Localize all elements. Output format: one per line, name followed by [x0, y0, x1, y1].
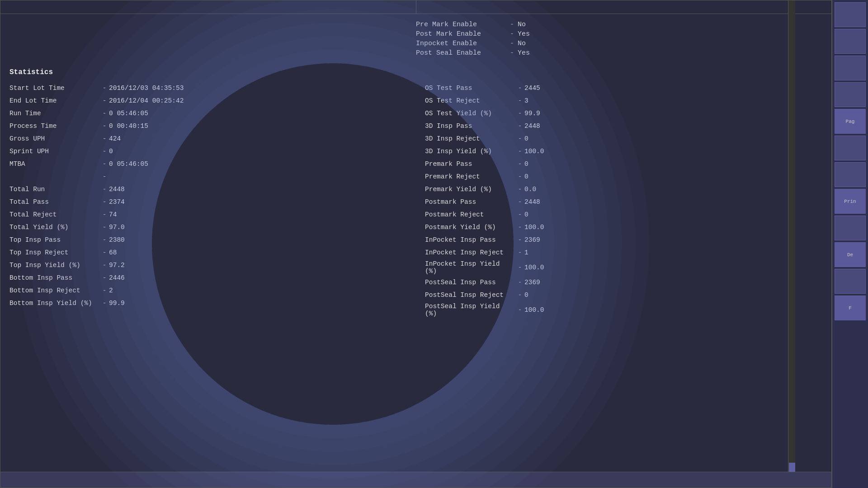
stat-os-test-reject-label: OS Test Reject	[425, 97, 515, 104]
stats-right-column: OS Test Pass - 2445 OS Test Reject - 3 O…	[425, 83, 822, 317]
stat-bottom-insp-pass-value: 2446	[109, 274, 125, 282]
stat-3d-insp-pass-dash: -	[515, 122, 524, 130]
stat-mtba-label: MTBA	[9, 160, 100, 168]
stat-premark-reject: Premark Reject - 0	[425, 172, 822, 182]
stat-end-lot-time: End Lot Time - 2016/12/04 00:25:42	[9, 96, 407, 106]
stat-process-time-value: 0 00:40:15	[109, 122, 148, 130]
stat-top-insp-reject-value: 68	[109, 249, 117, 256]
stat-postseal-insp-yield: PostSeal Insp Yield (%) - 100.0	[425, 303, 822, 317]
stat-inpocket-insp-reject-label: InPocket Insp Reject	[425, 249, 515, 256]
stat-sprint-uph-dash: -	[100, 148, 109, 155]
sidebar-btn-page[interactable]: Pag	[835, 109, 866, 134]
stat-postseal-insp-reject-label: PostSeal Insp Reject	[425, 291, 515, 299]
stat-bottom-insp-pass-label: Bottom Insp Pass	[9, 274, 100, 282]
stat-postseal-insp-pass-dash: -	[515, 279, 524, 286]
stat-end-lot-time-value: 2016/12/04 00:25:42	[109, 97, 184, 104]
stat-gross-uph-dash: -	[100, 135, 109, 142]
sidebar-btn-4[interactable]	[835, 82, 866, 107]
stat-os-test-reject-dash: -	[515, 97, 524, 104]
stat-spacer-dash: -	[100, 173, 109, 180]
stat-postseal-insp-reject-value: 0	[524, 291, 528, 299]
stat-total-pass: Total Pass - 2374	[9, 197, 407, 207]
stat-premark-pass: Premark Pass - 0	[425, 159, 822, 169]
stat-premark-pass-label: Premark Pass	[425, 160, 515, 168]
postmark-enable-value: Yes	[518, 30, 530, 38]
top-bar-left	[0, 0, 416, 14]
premark-enable-value: No	[518, 21, 526, 28]
stat-3d-insp-reject-label: 3D Insp Reject	[425, 135, 515, 142]
statistics-header: Statistics	[0, 64, 831, 83]
stat-total-run-dash: -	[100, 186, 109, 193]
stat-3d-insp-yield-value: 100.0	[524, 148, 544, 155]
stat-top-insp-yield-dash: -	[100, 262, 109, 269]
stat-os-test-yield: OS Test Yield (%) - 99.9	[425, 108, 822, 118]
sidebar-btn-3[interactable]	[835, 56, 866, 80]
sidebar-btn-11[interactable]	[835, 269, 866, 294]
sidebar-btn-9[interactable]	[835, 216, 866, 240]
stat-total-yield-dash: -	[100, 224, 109, 231]
stat-3d-insp-reject-value: 0	[524, 135, 528, 142]
stat-bottom-insp-yield-label: Bottom Insp Yield (%)	[9, 300, 100, 307]
stat-os-test-reject: OS Test Reject - 3	[425, 96, 822, 106]
scrollbar[interactable]	[788, 0, 795, 472]
sidebar-btn-print[interactable]: Prin	[835, 189, 866, 214]
stat-os-test-pass-label: OS Test Pass	[425, 84, 515, 92]
stat-end-lot-time-dash: -	[100, 97, 109, 104]
top-bar-right	[416, 0, 832, 14]
stat-top-insp-reject: Top Insp Reject - 68	[9, 248, 407, 258]
config-row-postseal: Post Seal Enable - Yes	[416, 49, 831, 57]
inpocket-enable-label: Inpocket Enable	[416, 40, 506, 47]
stat-total-reject-value: 74	[109, 211, 117, 218]
stat-start-lot-time-value: 2016/12/03 04:35:53	[109, 84, 184, 92]
stat-inpocket-insp-pass-value: 2369	[524, 236, 540, 244]
stat-inpocket-insp-reject: InPocket Insp Reject - 1	[425, 248, 822, 258]
stat-gross-uph-value: 424	[109, 135, 121, 142]
stat-3d-insp-yield-dash: -	[515, 148, 524, 155]
stat-3d-insp-pass: 3D Insp Pass - 2448	[425, 121, 822, 131]
sidebar-btn-1[interactable]	[835, 2, 866, 27]
stat-premark-reject-label: Premark Reject	[425, 173, 515, 180]
inpocket-enable-dash: -	[510, 40, 514, 47]
stat-postmark-reject-label: Postmark Reject	[425, 211, 515, 218]
postseal-enable-label: Post Seal Enable	[416, 49, 506, 57]
sidebar-btn-7[interactable]	[835, 162, 866, 187]
stat-run-time-value: 0 05:46:05	[109, 110, 148, 117]
stat-top-insp-reject-label: Top Insp Reject	[9, 249, 100, 256]
stats-left-column: Start Lot Time - 2016/12/03 04:35:53 End…	[9, 83, 407, 317]
stats-grid: Start Lot Time - 2016/12/03 04:35:53 End…	[0, 83, 831, 317]
stat-top-insp-reject-dash: -	[100, 249, 109, 256]
premark-enable-label: Pre Mark Enable	[416, 21, 506, 28]
stat-process-time: Process Time - 0 00:40:15	[9, 121, 407, 131]
stat-os-test-yield-label: OS Test Yield (%)	[425, 110, 515, 117]
stat-top-insp-pass: Top Insp Pass - 2380	[9, 235, 407, 245]
stat-total-run-value: 2448	[109, 186, 125, 193]
scrollbar-thumb[interactable]	[789, 463, 795, 472]
stat-3d-insp-reject-dash: -	[515, 135, 524, 142]
postseal-enable-value: Yes	[518, 49, 530, 57]
stat-inpocket-insp-pass-dash: -	[515, 236, 524, 244]
stat-run-time-label: Run Time	[9, 110, 100, 117]
stat-postmark-yield: Postmark Yield (%) - 100.0	[425, 222, 822, 232]
stat-bottom-insp-reject-label: Bottom Insp Reject	[9, 287, 100, 294]
sidebar-btn-de[interactable]: De	[835, 242, 866, 267]
postmark-enable-dash: -	[510, 30, 514, 38]
stat-3d-insp-yield: 3D Insp Yield (%) - 100.0	[425, 146, 822, 156]
stat-total-yield-label: Total Yield (%)	[9, 224, 100, 231]
stat-postseal-insp-yield-value: 100.0	[524, 306, 544, 314]
postmark-enable-label: Post Mark Enable	[416, 30, 506, 38]
stat-postseal-insp-pass-label: PostSeal Insp Pass	[425, 279, 515, 286]
sidebar-btn-6[interactable]	[835, 136, 866, 160]
sidebar-btn-f[interactable]: F	[835, 296, 866, 320]
stat-postmark-reject-dash: -	[515, 211, 524, 218]
stat-mtba: MTBA - 0 05:46:05	[9, 159, 407, 169]
sidebar-btn-2[interactable]	[835, 29, 866, 54]
stat-premark-pass-dash: -	[515, 160, 524, 168]
stat-postmark-yield-value: 100.0	[524, 224, 544, 231]
stat-top-insp-pass-dash: -	[100, 236, 109, 244]
stat-bottom-insp-pass: Bottom Insp Pass - 2446	[9, 273, 407, 283]
stat-3d-insp-pass-label: 3D Insp Pass	[425, 122, 515, 130]
stat-postmark-yield-dash: -	[515, 224, 524, 231]
stat-premark-yield-label: Premark Yield (%)	[425, 186, 515, 193]
stat-postseal-insp-pass: PostSeal Insp Pass - 2369	[425, 277, 822, 287]
stat-bottom-insp-yield-dash: -	[100, 300, 109, 307]
